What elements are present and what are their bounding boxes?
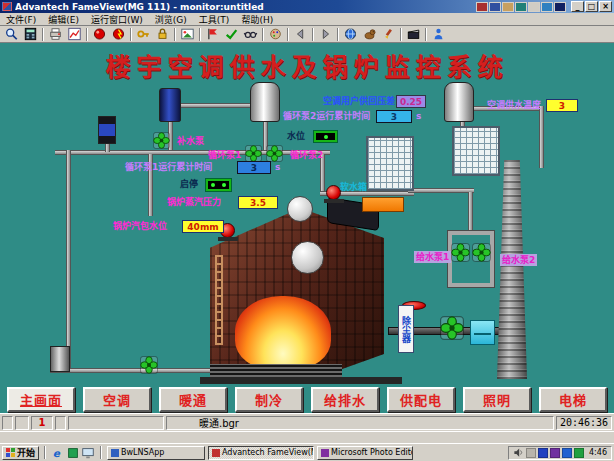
nav-button-3[interactable]: 暖通 [159,387,227,412]
menu-item-6[interactable]: 帮助(H) [241,13,273,26]
status-cell [2,416,13,430]
glasses-icon[interactable] [241,27,260,42]
burner-indicator [362,197,404,212]
tray-icon[interactable] [562,448,572,458]
toolbar-separator [337,28,339,41]
printer-icon[interactable] [46,27,65,42]
image-icon[interactable] [178,27,197,42]
windows-taskbar: 开始 e BwLNSAppAdvantech FameView(MG 1...M… [0,443,614,461]
palette-icon[interactable] [266,27,285,42]
toolbar-separator [199,28,201,41]
heat-exchanger [452,126,500,176]
tray-icon[interactable] [574,448,584,458]
toolbar-separator [86,28,88,41]
menu-item-2[interactable]: 编辑(E) [48,13,79,26]
tray-icon[interactable] [538,448,548,458]
globe-icon[interactable] [341,27,360,42]
arrow-left-icon[interactable] [291,27,310,42]
status-cell [15,416,29,430]
feed-pump1-label: 给水泵1 [414,251,451,263]
dog-icon[interactable] [360,27,379,42]
expansion-tank [159,88,181,122]
zoom-icon[interactable] [2,27,21,42]
status-cell [68,416,164,430]
nav-button-4[interactable]: 制冷 [235,387,303,412]
level-label: 水位 [287,131,305,142]
tray-icon[interactable] [550,448,560,458]
steam-pressure-value: 3.5 [238,196,278,209]
chimney-illustration [497,160,527,379]
current-file: 暖通.bgr [166,416,554,430]
soft-tank-label: 软水箱 [340,182,367,193]
task-button-1[interactable]: BwLNSApp [107,446,205,460]
fan-icon [140,356,158,374]
arrow-right-icon[interactable] [316,27,335,42]
drum-level-label: 锅炉汽包水位 [113,221,167,232]
restore-button[interactable]: □ [585,1,598,12]
pipe [178,103,252,108]
channels-icon[interactable] [66,446,80,459]
nav-button-7[interactable]: 照明 [463,387,531,412]
person-icon[interactable] [429,27,448,42]
circ-pump1-label: 循环泵1 [208,150,241,161]
tray-icon[interactable] [526,448,536,458]
toolbar-separator [130,28,132,41]
pipe [408,188,474,193]
nav-button-8[interactable]: 电梯 [539,387,607,412]
nav-button-6[interactable]: 供配电 [387,387,455,412]
toolbar-separator [174,28,176,41]
system-tray: 4:46 [508,446,612,460]
menu-item-1[interactable]: 文件(F) [6,13,36,26]
task-icon [212,449,220,457]
speaker-icon[interactable] [513,447,524,458]
calc-icon[interactable] [21,27,40,42]
window-title: Advantech FameView(MG 111) - monitor:unt… [15,2,473,12]
boiler-flame [235,296,331,370]
brush-icon[interactable] [379,27,398,42]
ie-icon[interactable]: e [51,446,65,459]
task-buttons: BwLNSAppAdvantech FameView(MG 1...Micros… [107,446,413,460]
ac-temp-value: 3 [546,99,578,112]
check-icon[interactable] [222,27,241,42]
trend-icon[interactable] [65,27,84,42]
feed-pump2-label: 给水泵2 [500,254,537,266]
lock-icon[interactable] [153,27,172,42]
titlebar-icon [476,2,488,12]
soft-water-pump-icon [326,185,341,200]
titlebar-badges [476,2,566,12]
tray-clock: 4:46 [589,448,607,457]
nav-button-1[interactable]: 主画面 [7,387,75,412]
key-icon[interactable] [134,27,153,42]
titlebar-icon [515,2,527,12]
titlebar-icon [502,2,514,12]
status-cell [55,416,66,430]
minimize-button[interactable]: _ [571,1,584,12]
red-ball-icon[interactable] [90,27,109,42]
induced-draft-fan-icon [440,315,464,341]
ac-diff-value: 0.25 [396,95,426,108]
task-button-3[interactable]: Microsoft Photo Editor ... [317,446,413,460]
start-stop-label: 启停 [180,179,198,190]
clapper-icon[interactable] [404,27,423,42]
toolbar [0,26,614,43]
toolbar-separator [287,28,289,41]
status-bar: 1 暖通.bgr 20:46:36 [0,413,614,431]
quick-launch: e [51,446,95,459]
desktop-icon[interactable] [81,446,95,459]
page-number: 1 [31,416,53,430]
titlebar-icon [541,2,553,12]
menu-item-5[interactable]: 工具(T) [199,13,230,26]
menu-item-4[interactable]: 浏览(G) [155,13,187,26]
bottom-equipment [50,346,70,372]
task-button-2[interactable]: Advantech FameView(MG 1... [208,446,314,460]
title-bar: Advantech FameView(MG 111) - monitor:unt… [0,0,614,13]
alarm-ball-icon[interactable] [109,27,128,42]
nav-button-5[interactable]: 给排水 [311,387,379,412]
menu-item-3[interactable]: 运行窗口(W) [91,13,143,26]
start-button[interactable]: 开始 [2,446,39,460]
boiler-ladder [215,255,223,345]
nav-button-2[interactable]: 空调 [83,387,151,412]
circ2-runtime-unit: s [416,111,421,122]
flag-icon[interactable] [203,27,222,42]
close-button[interactable]: × [599,1,612,12]
